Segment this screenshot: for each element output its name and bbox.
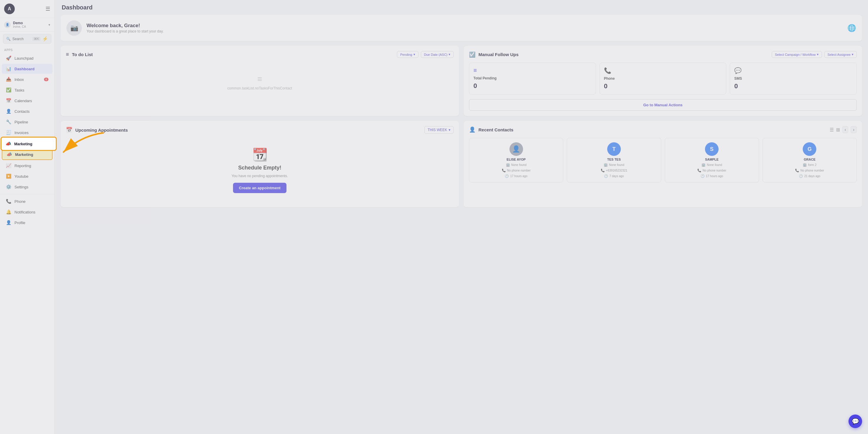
contacts-icon: 👤 — [6, 108, 11, 114]
account-icon: 👤 — [4, 22, 11, 28]
empty-list-icon: ≡ — [257, 74, 262, 84]
workflow-icon: 🏢 — [604, 163, 608, 167]
todo-sort-due-date[interactable]: Due Date (ASC) ▾ — [421, 51, 454, 58]
contact-avatar-elise: 👤 — [509, 142, 523, 156]
list-view-icon[interactable]: ☰ — [830, 127, 834, 132]
contact-card-elise[interactable]: 👤 ELISE AYOP 🏢 None found 📞 No phone num… — [469, 138, 563, 182]
this-week-filter[interactable]: THIS WEEK ▾ — [425, 126, 454, 134]
contact-workflow-sample: None found — [707, 163, 722, 166]
phone-icon: 📞 — [502, 168, 506, 173]
sidebar-item-label: Settings — [14, 185, 28, 189]
apps-section-label: Apps — [0, 46, 54, 53]
calendar-icon: 📅 — [66, 127, 72, 133]
stat-label: Phone — [604, 76, 722, 81]
contact-time-sample: 17 hours ago — [706, 175, 723, 178]
contacts-grid: 👤 ELISE AYOP 🏢 None found 📞 No phone num… — [469, 138, 857, 182]
contacts-card-icon: 👤 — [469, 126, 475, 133]
schedule-empty-heading: Schedule Empty! — [238, 165, 281, 171]
todo-filter-pending[interactable]: Pending ▾ — [397, 51, 418, 58]
hamburger-icon[interactable]: ☰ — [45, 6, 50, 12]
manual-followups-card: ☑️ Manual Follow Ups Select Campaign / W… — [464, 46, 862, 116]
sidebar-item-marketing[interactable]: 📣 Marketing — [2, 149, 53, 160]
clock-icon: 🕐 — [701, 174, 705, 178]
contact-phone-grace: No phone number — [800, 169, 824, 172]
notifications-icon: 🔔 — [6, 209, 11, 215]
clock-icon: 🕐 — [604, 174, 608, 178]
sidebar-item-notifications[interactable]: 🔔 Notifications — [2, 207, 53, 217]
sms-stat-icon: 💬 — [734, 67, 852, 74]
chevron-icon: ▾ — [852, 53, 854, 56]
create-appointment-button[interactable]: Create an appointment — [233, 183, 286, 193]
contact-phone-sample: No phone number — [703, 169, 726, 172]
launchpad-icon: 🚀 — [6, 56, 11, 61]
welcome-heading: Welcome back, Grace! — [87, 23, 164, 29]
sidebar-item-inbox[interactable]: 📥 Inbox 0 — [2, 74, 53, 85]
todo-empty-text: common.taskList.noTasksForThisContact — [227, 86, 292, 90]
chevron-icon: ▾ — [448, 128, 451, 132]
todo-empty-state: ≡ common.taskList.noTasksForThisContact — [66, 63, 454, 102]
workflow-icon: 🏢 — [506, 163, 510, 167]
sidebar-item-dashboard[interactable]: 📊 Dashboard — [2, 64, 53, 74]
chat-bubble[interactable]: 💬 — [848, 414, 862, 428]
followup-stats: ≡ Total Pending 0 📞 Phone 0 💬 SMS 0 — [469, 63, 857, 94]
pipeline-icon: 🔧 — [6, 119, 11, 125]
recent-contacts-card: 👤 Recent Contacts ☰ ⊞ ‹ › 👤 ELISE AYOP 🏢 — [464, 121, 862, 207]
page-title: Dashboard — [62, 4, 861, 11]
sidebar-item-phone[interactable]: 📞 Phone — [2, 196, 53, 206]
go-manual-actions-button[interactable]: Go to Manual Actions — [469, 99, 857, 111]
todo-title: To do List — [72, 52, 93, 57]
sidebar-item-launchpad[interactable]: 🚀 Launchpad — [2, 53, 53, 63]
flash-icon: ⚡ — [42, 36, 48, 42]
workflow-icon: 🏢 — [702, 163, 706, 167]
contact-workflow-elise: None found — [511, 163, 527, 166]
inbox-icon: 📥 — [6, 77, 11, 82]
welcome-subtext: Your dashboard is a great place to start… — [87, 29, 164, 33]
marketing-icon: 📣 — [6, 152, 12, 157]
stat-label: SMS — [734, 76, 852, 81]
grid-view-icon[interactable]: ⊞ — [836, 127, 840, 132]
sidebar-item-tasks[interactable]: ✅ Tasks — [2, 85, 53, 95]
total-pending-icon: ≡ — [473, 67, 592, 74]
contact-time-elise: 17 hours ago — [510, 175, 527, 178]
followup-icon: ☑️ — [469, 51, 475, 58]
tools-section-label: Tools — [0, 142, 54, 149]
stat-sms: 💬 SMS 0 — [730, 63, 857, 94]
sidebar-item-invoices[interactable]: 🧾 Invoices — [2, 128, 53, 137]
inbox-badge: 0 — [44, 78, 49, 81]
sidebar-item-label: Calendars — [14, 99, 32, 103]
contact-card-sample[interactable]: S SAMPLE 🏢 None found 📞 No phone number … — [665, 138, 759, 182]
workflow-icon: 🏢 — [803, 163, 807, 167]
sidebar-item-calendars[interactable]: 📅 Calendars — [2, 96, 53, 106]
dashboard-icon: 📊 — [6, 66, 11, 71]
appointments-card: 📅 Upcoming Appointments THIS WEEK ▾ 📆 Sc… — [61, 121, 459, 207]
sidebar-item-settings[interactable]: ⚙️ Settings — [2, 182, 53, 192]
sidebar-item-label: Dashboard — [14, 67, 35, 71]
sidebar-item-label: Notifications — [14, 210, 35, 214]
phone-icon: 📞 — [601, 168, 605, 173]
profile-icon: 👤 — [6, 220, 11, 225]
search-icon: 🔍 — [6, 37, 11, 41]
contact-card-grace[interactable]: G GRACE 🏢 form 2 📞 No phone number 🕐 21 … — [763, 138, 857, 182]
contacts-prev-button[interactable]: ‹ — [842, 126, 848, 133]
sidebar-item-contacts[interactable]: 👤 Contacts — [2, 106, 53, 116]
account-switcher[interactable]: 👤 Demo Irvine, CA ▾ — [0, 18, 54, 32]
todo-card: ≡ To do List Pending ▾ Due Date (ASC) ▾ … — [61, 46, 459, 116]
phone-icon: 📞 — [6, 199, 11, 204]
sidebar-item-profile[interactable]: 👤 Profile — [2, 218, 53, 228]
sidebar: A ☰ 👤 Demo Irvine, CA ▾ 🔍 Search ⌘K ⚡ Ap… — [0, 0, 55, 434]
select-assignee-btn[interactable]: Select Assignee ▾ — [824, 51, 857, 58]
logo-avatar[interactable]: A — [4, 4, 15, 14]
select-campaign-btn[interactable]: Select Campaign / Workflow ▾ — [772, 51, 822, 58]
sidebar-item-reporting[interactable]: 📈 Reporting — [2, 161, 53, 170]
contact-card-tes[interactable]: T TES TES 🏢 None found 📞 +639165232321 🕐… — [567, 138, 661, 182]
contacts-next-button[interactable]: › — [850, 126, 857, 133]
phone-icon: 📞 — [795, 168, 799, 173]
sidebar-item-youtube[interactable]: ▶️ Youtube — [2, 171, 53, 181]
welcome-banner: 📷 Welcome back, Grace! Your dashboard is… — [61, 15, 862, 41]
search-bar[interactable]: 🔍 Search ⌘K ⚡ — [3, 34, 52, 44]
account-location: Irvine, CA — [13, 25, 26, 28]
sidebar-logo: A ☰ — [0, 0, 54, 18]
contact-name-sample: SAMPLE — [705, 158, 718, 161]
sidebar-item-pipeline[interactable]: 🔧 Pipeline — [2, 117, 53, 127]
contact-phone-tes: +639165232321 — [606, 169, 628, 172]
